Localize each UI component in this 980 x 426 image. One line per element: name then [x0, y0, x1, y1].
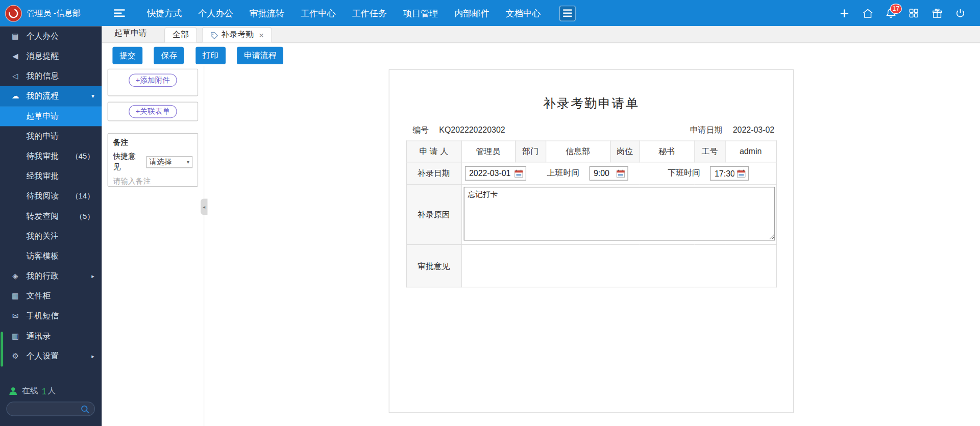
nav-item-internal-mail[interactable]: 内部邮件: [446, 0, 497, 26]
reason-input[interactable]: 忘记打卡: [463, 187, 775, 240]
tab-bulu-kaoqin[interactable]: 补录考勤 ×: [202, 27, 272, 43]
workspace: +添加附件 +关联表单 备注 快捷意见 请选择 ▾: [102, 66, 980, 426]
home-icon[interactable]: [861, 7, 873, 19]
sidebar-item-label: 待我阅读: [26, 190, 59, 202]
add-attachment-button[interactable]: +添加附件: [129, 73, 177, 87]
note-panel: 备注 快捷意见 请选择 ▾: [108, 133, 199, 187]
topbar: 管理员 -信息部 快捷方式 个人办公 审批流转 工作中心 工作任务 项目管理 内…: [0, 0, 980, 26]
notification-badge: 17: [890, 4, 902, 14]
sidebar-item-my-flow[interactable]: ☁ 我的流程 ▾: [0, 86, 102, 106]
sidebar-item-label: 我的关注: [26, 231, 59, 242]
nav-item-shortcuts[interactable]: 快捷方式: [139, 0, 190, 26]
sidebar-item-label: 转发查阅: [26, 211, 59, 222]
settings-icon: ⚙: [11, 352, 20, 360]
bell-icon[interactable]: 17: [885, 7, 897, 19]
save-button[interactable]: 保存: [154, 47, 184, 64]
end-time-input[interactable]: [715, 169, 734, 178]
form-table: 申 请 人 管理员 部门 信息部 岗位 秘书 工号 admin 补录日期: [406, 141, 776, 288]
chevron-right-icon: ▸: [91, 273, 94, 279]
sidebar-item-approved-by-me[interactable]: 经我审批: [0, 166, 102, 186]
nav-item-project-management[interactable]: 项目管理: [395, 0, 446, 26]
sidebar-item-my-admin[interactable]: ◈ 我的行政 ▸: [0, 266, 102, 286]
menu-toggle-icon[interactable]: [114, 9, 125, 17]
resupply-date-input[interactable]: [469, 169, 511, 178]
jobno-value: admin: [725, 141, 776, 162]
approval-value: [461, 244, 776, 287]
sidebar-item-draft-apply[interactable]: 起草申请: [0, 106, 102, 126]
tab-close-icon[interactable]: ×: [259, 30, 264, 40]
start-time-input[interactable]: [594, 169, 614, 178]
online-count: 1: [42, 386, 46, 395]
link-form-button[interactable]: +关联表单: [129, 105, 177, 118]
calendar-icon[interactable]: [514, 169, 523, 178]
sidebar-item-personal-office[interactable]: ▤ 个人办公: [0, 26, 102, 46]
search-input[interactable]: [12, 405, 81, 413]
side-panel: +添加附件 +关联表单 备注 快捷意见 请选择 ▾: [102, 66, 205, 426]
form-meta: 编号 KQ202220220302 申请日期 2022-03-02: [408, 124, 775, 136]
user-info[interactable]: 管理员 -信息部: [27, 8, 81, 19]
sidebar-item-label: 个人设置: [26, 350, 59, 362]
tab-all[interactable]: 全部: [164, 27, 197, 43]
my-info-icon: ◁: [11, 72, 20, 81]
tab-bar: 起草申请 全部 补录考勤 ×: [102, 26, 980, 43]
submit-button[interactable]: 提交: [112, 47, 142, 64]
main-nav: 快捷方式 个人办公 审批流转 工作中心 工作任务 项目管理 内部邮件 文档中心: [139, 0, 549, 26]
reason-cell: 忘记打卡: [461, 185, 776, 245]
sidebar-item-contacts[interactable]: ▥ 通讯录: [0, 326, 102, 346]
sidebar-item-label: 访客模板: [26, 250, 59, 262]
power-icon[interactable]: [954, 7, 966, 19]
search-icon[interactable]: [81, 405, 89, 413]
quick-opinion-select[interactable]: 请选择 ▾: [146, 156, 192, 168]
panel-collapse-handle[interactable]: ◂: [201, 198, 207, 215]
more-menu-icon[interactable]: [559, 5, 576, 21]
sidebar-item-my-apply[interactable]: 我的申请: [0, 126, 102, 146]
my-admin-icon: ◈: [11, 272, 20, 281]
calendar-icon[interactable]: [616, 169, 625, 178]
gift-icon[interactable]: [930, 7, 943, 19]
sidebar-item-label: 经我审批: [26, 170, 59, 182]
sidebar-item-forward-review[interactable]: 转发查阅 （5）: [0, 206, 102, 226]
nav-item-document-center[interactable]: 文档中心: [498, 0, 549, 26]
sidebar-item-label: 待我审批: [26, 151, 59, 162]
print-button[interactable]: 打印: [195, 47, 226, 64]
quick-opinion-row: 快捷意见 请选择 ▾: [113, 151, 193, 172]
sidebar-item-my-info[interactable]: ◁ 我的信息: [0, 66, 102, 86]
sidebar-item-label: 我的信息: [26, 70, 59, 82]
sidebar-item-pending-approval[interactable]: 待我审批 （45）: [0, 146, 102, 166]
calendar-icon[interactable]: [737, 169, 746, 178]
online-status: 在线 1 人: [9, 386, 56, 397]
file-cabinet-icon: ▦: [11, 292, 20, 300]
start-time-input-wrap: [589, 166, 628, 181]
sidebar-scrollbar[interactable]: [1, 332, 3, 367]
nav-item-approval-flow[interactable]: 审批流转: [241, 0, 292, 26]
online-unit: 人: [47, 386, 56, 397]
tab-label: 补录考勤: [221, 30, 254, 41]
breadcrumb: 起草申请: [114, 28, 147, 42]
topbar-actions: + 17: [838, 7, 980, 19]
nav-item-work-tasks[interactable]: 工作任务: [344, 0, 395, 26]
start-time-label: 上班时间: [547, 168, 580, 177]
sidebar-item-my-follow[interactable]: 我的关注: [0, 226, 102, 246]
tag-icon: [210, 31, 218, 39]
apps-grid-icon[interactable]: [908, 7, 920, 19]
sidebar: ▤ 个人办公 ◀ 消息提醒 ◁ 我的信息 ☁ 我的流程 ▾ 起草申请 我的申请 …: [0, 26, 102, 426]
table-row: 补录原因 忘记打卡: [406, 185, 776, 245]
note-input[interactable]: [113, 176, 193, 195]
chevron-down-icon: ▾: [187, 159, 189, 165]
approval-label: 审批意见: [406, 244, 461, 287]
apply-date-value: 2022-03-02: [733, 125, 774, 134]
sidebar-item-visitor-template[interactable]: 访客模板: [0, 246, 102, 266]
sidebar-item-sms[interactable]: ✉ 手机短信: [0, 306, 102, 326]
sidebar-item-label: 文件柜: [26, 290, 51, 302]
apply-flow-button[interactable]: 申请流程: [237, 47, 284, 64]
add-icon[interactable]: +: [838, 7, 850, 19]
sidebar-item-pending-read[interactable]: 待我阅读 （14）: [0, 186, 102, 206]
sidebar-item-file-cabinet[interactable]: ▦ 文件柜: [0, 286, 102, 306]
sidebar-item-personal-settings[interactable]: ⚙ 个人设置 ▸: [0, 346, 102, 366]
nav-item-personal-office[interactable]: 个人办公: [190, 0, 241, 26]
jobno-label: 工号: [694, 141, 725, 162]
time-fields-cell: 上班时间 下班时间: [461, 162, 776, 185]
nav-item-work-center[interactable]: 工作中心: [292, 0, 344, 26]
linked-form-panel: +关联表单: [108, 102, 199, 121]
sidebar-item-message-alert[interactable]: ◀ 消息提醒: [0, 46, 102, 66]
